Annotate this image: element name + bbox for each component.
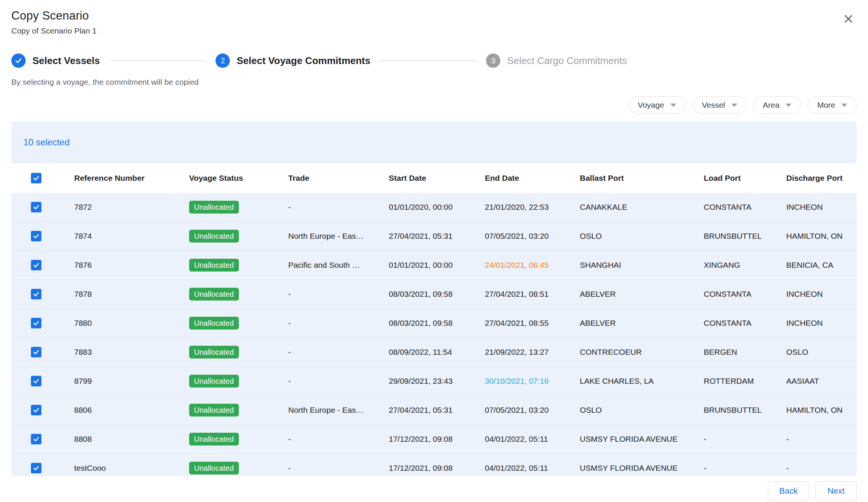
discharge-port-cell: - [775,435,857,444]
dialog-header: Copy Scenario Copy of Scenario Plan 1 [11,0,857,35]
dialog-footer: Back Next [11,481,857,501]
vessel-filter-label: Vessel [702,101,725,110]
discharge-port-cell: INCHEON [775,203,857,212]
step-3-number: 3 [486,53,500,68]
status-badge: Unallocated [189,317,239,330]
selected-count: 10 selected [23,137,70,148]
end-date-cell: 30/10/2021, 07:16 [474,377,568,386]
area-filter-button[interactable]: Area [753,96,801,114]
more-filter-button[interactable]: More [808,96,857,114]
start-date-cell: 08/03/2021, 09:58 [377,319,474,328]
step-select-voyage-commitments[interactable]: 2 Select Voyage Commitments [215,53,370,68]
end-date-cell: 27/04/2021, 08:51 [474,290,568,299]
row-checkbox-cell [11,231,63,241]
row-checkbox[interactable] [31,260,41,270]
table-row: 8806 Unallocated North Europe - Eas… 27/… [11,396,857,425]
area-filter-label: Area [763,101,779,110]
discharge-port-cell: AASIAAT [775,377,857,386]
status-badge: Unallocated [189,433,239,446]
end-date-cell: 07/05/2021, 03:20 [474,406,568,415]
start-date-cell: 01/01/2020, 00:00 [377,203,474,212]
end-date-cell: 24/01/2021, 06:45 [474,261,568,270]
end-date-cell: 04/01/2022, 05:11 [474,464,568,473]
column-header-load-port: Load Port [692,174,775,183]
table-row: 7878 Unallocated - 08/03/2021, 09:58 27/… [11,280,857,309]
table-row: 7876 Unallocated Pacific and South … 01/… [11,251,857,280]
trade-cell: Pacific and South … [277,261,377,270]
row-checkbox[interactable] [31,434,41,444]
table-row: 7883 Unallocated - 08/09/2022, 11:54 21/… [11,338,857,367]
table-row: 7872 Unallocated - 01/01/2020, 00:00 21/… [11,193,857,222]
row-checkbox-cell [11,347,63,357]
trade-cell: - [277,464,377,473]
step-select-cargo-commitments[interactable]: 3 Select Cargo Commitments [486,53,627,68]
row-checkbox[interactable] [31,405,41,415]
table-row: 8799 Unallocated - 29/09/2021, 23:43 30/… [11,367,857,396]
row-checkbox[interactable] [31,463,41,473]
row-checkbox-cell [11,405,63,415]
reference-number-cell: 7880 [63,319,178,328]
row-checkbox[interactable] [31,231,41,241]
voyage-status-cell: Unallocated [178,433,277,446]
voyage-filter-button[interactable]: Voyage [628,96,686,114]
end-date-cell: 21/09/2022, 13:27 [474,348,568,357]
selection-count-bar: 10 selected [11,121,857,163]
load-port-cell: BERGEN [692,348,775,357]
status-badge: Unallocated [189,375,239,388]
ballast-port-cell: USMSY FLORIDA AVENUE [568,435,692,444]
ballast-port-cell: OSLO [568,232,692,241]
discharge-port-cell: OSLO [775,348,857,357]
table-header-row: Reference Number Voyage Status Trade Sta… [11,163,857,193]
column-header-trade: Trade [277,174,377,183]
step-2-label: Select Voyage Commitments [237,55,370,67]
reference-number-cell: 7883 [63,348,178,357]
voyage-status-cell: Unallocated [178,404,277,417]
load-port-cell: BRUNSBUTTEL [692,232,775,241]
step-select-vessels[interactable]: Select Vessels [11,53,100,68]
row-checkbox[interactable] [31,202,41,212]
back-button[interactable]: Back [768,481,809,501]
voyage-status-cell: Unallocated [178,375,277,388]
load-port-cell: XINGANG [692,261,775,270]
start-date-cell: 17/12/2021, 09:08 [377,435,474,444]
start-date-cell: 29/09/2021, 23:43 [377,377,474,386]
step-1-label: Select Vessels [32,55,100,67]
vessel-filter-button[interactable]: Vessel [692,96,747,114]
row-checkbox[interactable] [31,318,41,328]
row-checkbox-cell [11,376,63,386]
trade-cell: - [277,290,377,299]
start-date-cell: 17/12/2021, 09:08 [377,464,474,473]
status-badge: Unallocated [189,288,239,301]
start-date-cell: 08/09/2022, 11:54 [377,348,474,357]
reference-number-cell: 8806 [63,406,178,415]
voyage-status-cell: Unallocated [178,259,277,272]
row-checkbox[interactable] [31,289,41,299]
trade-cell: - [277,348,377,357]
voyage-commitments-panel: 10 selected Reference Number Voyage Stat… [11,121,857,476]
next-button[interactable]: Next [815,481,857,501]
trade-cell: - [277,319,377,328]
row-checkbox[interactable] [31,347,41,357]
ballast-port-cell: LAKE CHARLES, LA [568,377,692,386]
select-all-checkbox[interactable] [31,173,41,183]
start-date-cell: 27/04/2021, 05:31 [377,406,474,415]
discharge-port-cell: HAMILTON, ON [775,232,857,241]
trade-cell: North Europe - Eas… [277,232,377,241]
end-date-cell: 04/01/2022, 05:11 [474,435,568,444]
load-port-cell: CONSTANTA [692,203,775,212]
reference-number-cell: 8799 [63,377,178,386]
load-port-cell: CONSTANTA [692,319,775,328]
ballast-port-cell: CONTRECOEUR [568,348,692,357]
ballast-port-cell: CANAKKALE [568,203,692,212]
chevron-down-icon [731,104,737,107]
chevron-down-icon [841,104,847,107]
close-icon[interactable] [840,11,857,27]
row-checkbox-cell [11,463,63,473]
chevron-down-icon [785,104,792,107]
row-checkbox[interactable] [31,376,41,386]
table-body: 7872 Unallocated - 01/01/2020, 00:00 21/… [11,193,857,476]
page-title: Copy Scenario [11,9,96,23]
copy-scenario-dialog: Copy Scenario Copy of Scenario Plan 1 Se… [0,0,868,502]
status-badge: Unallocated [189,259,239,272]
ballast-port-cell: ABELVER [568,319,692,328]
